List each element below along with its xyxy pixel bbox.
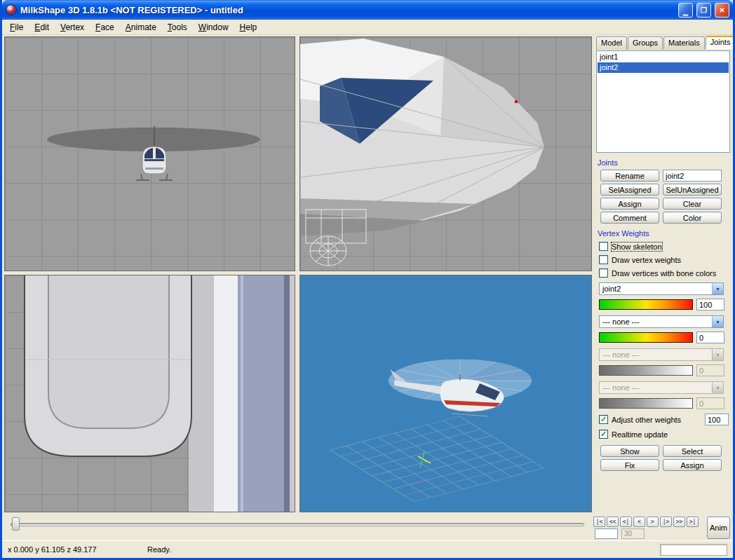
vw-assign-button[interactable]: Assign — [663, 459, 722, 471]
select-button[interactable]: Select — [663, 445, 722, 457]
front-view-canvas — [5, 37, 295, 271]
weight-gradient-bar-4 — [599, 398, 693, 409]
anim-toggle-button[interactable]: Anim — [707, 517, 730, 539]
show-skeleton-label: Show skeleton — [612, 243, 662, 251]
bone-combo-1-value: joint2 — [600, 283, 712, 294]
sel-unassigned-button[interactable]: SelUnAssigned — [663, 184, 722, 196]
chevron-down-icon[interactable]: ▼ — [712, 316, 723, 327]
maximize-button[interactable]: ❐ — [696, 3, 711, 18]
viewport-closeup[interactable] — [4, 275, 295, 512]
menu-window[interactable]: Window — [193, 20, 234, 34]
joints-section-label: Joints — [598, 158, 733, 167]
bone-combo-3: --- none --- ▼ — [599, 348, 724, 361]
weight-gradient-bar-2[interactable] — [599, 332, 693, 343]
adjust-other-weights-row: ✓ Adjust other weights — [599, 414, 733, 425]
rename-input[interactable] — [663, 170, 722, 182]
list-item-joint1[interactable]: joint1 — [598, 52, 729, 62]
weight-value-1[interactable] — [696, 299, 724, 310]
bone-combo-4: --- none --- ▼ — [599, 381, 724, 394]
weight-row-3 — [599, 364, 733, 376]
vertex-weights-section-label: Vertex Weights — [598, 229, 733, 238]
milkshape-window: MilkShape 3D 1.8.1b <NOT REGISTERED> - u… — [0, 0, 735, 560]
adjust-other-weights-label: Adjust other weights — [612, 416, 681, 424]
weight-value-2[interactable] — [696, 332, 724, 343]
titlebar[interactable]: MilkShape 3D 1.8.1b <NOT REGISTERED> - u… — [2, 0, 733, 20]
adjust-other-weights-value[interactable] — [705, 414, 729, 425]
bone-combo-2-value: --- none --- — [600, 316, 712, 327]
viewport-front[interactable] — [4, 36, 295, 271]
show-skeleton-row: Show skeleton — [599, 242, 733, 251]
menu-help[interactable]: Help — [234, 20, 263, 34]
draw-bone-colors-checkbox[interactable] — [599, 268, 608, 278]
realtime-update-checkbox[interactable]: ✓ — [599, 430, 608, 439]
timeline-slider-thumb[interactable] — [12, 517, 20, 531]
tab-joints[interactable]: Joints — [706, 36, 735, 49]
go-start-button[interactable]: |< — [593, 517, 605, 527]
next-keyframe-button[interactable]: |> — [660, 517, 672, 527]
assign-button[interactable]: Assign — [600, 198, 659, 210]
weight-row-1 — [599, 299, 733, 310]
tab-model[interactable]: Model — [596, 36, 627, 50]
sel-assigned-button[interactable]: SelAssigned — [600, 184, 659, 196]
check-icon: ✓ — [600, 430, 607, 438]
bone-combo-1[interactable]: joint2 ▼ — [599, 282, 724, 295]
viewport-perspective[interactable] — [299, 275, 592, 512]
draw-vertex-weights-checkbox[interactable] — [599, 255, 608, 264]
step-back-button[interactable]: < — [633, 517, 645, 527]
close-icon: ✕ — [719, 6, 724, 14]
chevron-down-icon[interactable]: ▼ — [712, 283, 723, 294]
menu-tools[interactable]: Tools — [162, 20, 193, 34]
playback-controls: |< << <| < > |> >> >| — [593, 517, 699, 527]
app-icon — [6, 4, 17, 15]
maximize-icon: ❐ — [701, 6, 707, 14]
comment-button[interactable]: Comment — [600, 212, 659, 224]
window-title: MilkShape 3D 1.8.1b <NOT REGISTERED> - u… — [20, 5, 675, 15]
frame-fields — [595, 528, 645, 539]
joints-button-grid: Rename SelAssigned SelUnAssigned Assign … — [600, 170, 733, 224]
close-button[interactable]: ✕ — [715, 3, 729, 18]
fuselage-closeup — [25, 275, 295, 512]
tab-groups[interactable]: Groups — [628, 36, 663, 50]
menu-face[interactable]: Face — [90, 20, 120, 34]
clear-button[interactable]: Clear — [663, 198, 722, 210]
menu-file[interactable]: File — [4, 20, 29, 34]
menubar: File Edit Vertex Face Animate Tools Wind… — [2, 20, 733, 35]
menu-animate[interactable]: Animate — [120, 20, 162, 34]
color-button[interactable]: Color — [663, 212, 722, 224]
total-frames-field — [621, 528, 645, 539]
viewport-splitter-horizontal[interactable] — [4, 271, 592, 275]
joint-listbox[interactable]: joint1 joint2 — [596, 50, 730, 153]
tab-materials[interactable]: Materials — [663, 36, 705, 50]
side-view-canvas — [300, 37, 592, 271]
minimize-button[interactable]: ▁ — [678, 3, 693, 18]
selected-vertex-marker — [515, 100, 518, 103]
draw-vertex-weights-label: Draw vertex weights — [612, 256, 681, 264]
menu-vertex[interactable]: Vertex — [55, 20, 90, 34]
right-panel: Model Groups Materials Joints joint1 joi… — [595, 36, 733, 512]
realtime-update-label: Realtime update — [612, 430, 668, 439]
weight-gradient-bar-1[interactable] — [599, 299, 693, 310]
fast-forward-button[interactable]: >> — [673, 517, 685, 527]
check-icon: ✓ — [600, 416, 607, 423]
prev-keyframe-button[interactable]: <| — [620, 517, 632, 527]
fast-rewind-button[interactable]: << — [607, 517, 619, 527]
current-frame-field[interactable] — [595, 528, 618, 539]
viewport-side[interactable] — [299, 36, 592, 271]
vertex-weights-button-grid: Show Select Fix Assign — [600, 445, 733, 471]
list-item-joint2[interactable]: joint2 — [598, 62, 729, 73]
fix-button[interactable]: Fix — [600, 459, 659, 471]
adjust-other-weights-checkbox[interactable]: ✓ — [599, 415, 608, 424]
rename-button[interactable]: Rename — [600, 170, 659, 182]
bone-combo-2[interactable]: --- none --- ▼ — [599, 315, 724, 328]
closeup-canvas — [5, 275, 295, 512]
menu-edit[interactable]: Edit — [29, 20, 55, 34]
chevron-down-icon: ▼ — [712, 382, 723, 393]
timeline-slider-track[interactable] — [11, 523, 584, 526]
step-forward-button[interactable]: > — [647, 517, 659, 527]
bone-combo-3-value: --- none --- — [600, 349, 712, 360]
draw-vertex-weights-row: Draw vertex weights — [599, 255, 733, 264]
show-skeleton-checkbox[interactable] — [599, 242, 608, 251]
show-button[interactable]: Show — [600, 445, 659, 457]
status-progress-area — [660, 544, 727, 556]
go-end-button[interactable]: >| — [687, 517, 699, 527]
